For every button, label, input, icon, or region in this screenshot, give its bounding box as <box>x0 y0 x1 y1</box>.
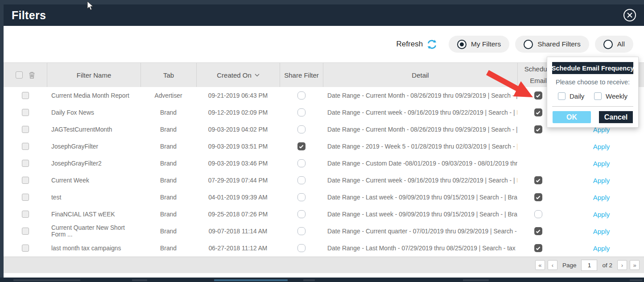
trash-icon[interactable] <box>29 71 35 79</box>
filter-name: JAGTestCurrentMonth <box>47 126 140 133</box>
filter-name: JosephGrayFilter <box>47 143 140 150</box>
table-row: Current Quarter New Short Form ... Brand… <box>4 223 644 240</box>
daily-checkbox[interactable] <box>558 92 566 100</box>
schedule-email-checkbox[interactable] <box>534 176 542 184</box>
apply-link[interactable]: Apply <box>593 194 610 201</box>
filter-tab: Brand <box>140 228 196 235</box>
filter-created-on: 06-27-2018 11:12 AM <box>196 245 280 252</box>
popup-prompt: Please choose to receive: <box>552 79 633 86</box>
page-label: Page <box>562 262 577 269</box>
header-tab: Tab <box>140 63 196 87</box>
apply-link[interactable]: Apply <box>593 245 610 252</box>
row-select-checkbox[interactable] <box>22 160 29 167</box>
row-select-checkbox[interactable] <box>22 194 29 201</box>
apply-link[interactable]: Apply <box>593 160 610 167</box>
row-select-checkbox[interactable] <box>22 109 29 116</box>
share-filter-checkbox[interactable] <box>297 142 305 150</box>
apply-link[interactable]: Apply <box>593 177 610 184</box>
filter-detail: Date Range - Current week - 09/16/2019 t… <box>323 109 517 116</box>
filter-created-on: 09-25-2018 07:26 PM <box>196 211 280 218</box>
select-all-checkbox[interactable] <box>16 71 23 79</box>
filter-name: Current Media Month Report <box>47 92 140 99</box>
frequency-option-label: Weekly <box>606 92 627 100</box>
table-row: FinaNCIAL IAST wEEK Brand 09-25-2018 07:… <box>4 206 644 223</box>
apply-link[interactable]: Apply <box>593 143 610 150</box>
scope-option-shared-filters[interactable]: Shared Filters <box>515 36 589 53</box>
filter-created-on: 09-12-2019 02:09 PM <box>196 109 280 116</box>
pagination-prev-button[interactable]: ‹ <box>548 260 557 270</box>
frequency-option-daily[interactable]: Daily <box>558 92 584 100</box>
schedule-email-checkbox[interactable] <box>534 210 542 218</box>
pagination-last-button[interactable]: » <box>630 260 640 270</box>
row-select-checkbox[interactable] <box>22 126 29 133</box>
table-row: JosephGrayFilter2 Brand 09-03-2019 03:46… <box>4 155 644 172</box>
schedule-email-checkbox[interactable] <box>534 108 542 116</box>
filter-tab: Brand <box>140 211 196 218</box>
dimmed-background-strip <box>0 278 644 282</box>
page-title: Filters <box>12 9 46 22</box>
filter-name: JosephGrayFilter2 <box>47 160 140 167</box>
weekly-checkbox[interactable] <box>594 92 602 100</box>
filter-created-on: 07-29-2019 07:44 PM <box>196 177 280 184</box>
refresh-button[interactable]: Refresh <box>396 39 438 50</box>
filter-name: test <box>47 194 140 201</box>
filter-detail: Date Range - Last week - 09/09/2019 thru… <box>323 211 517 218</box>
filter-name: last month tax campaigns <box>47 245 140 252</box>
row-select-checkbox[interactable] <box>22 143 29 150</box>
filter-tab: Brand <box>140 143 196 150</box>
schedule-email-checkbox[interactable] <box>534 125 542 133</box>
frequency-option-weekly[interactable]: Weekly <box>594 92 627 100</box>
mouse-cursor <box>87 1 94 11</box>
modal-header: Filters <box>4 4 644 26</box>
filter-created-on: 04-01-2019 09:39 AM <box>196 194 280 201</box>
schedule-email-checkbox[interactable] <box>534 227 542 235</box>
share-filter-checkbox[interactable] <box>297 159 305 167</box>
row-select-checkbox[interactable] <box>22 228 29 235</box>
filter-detail: Date Range - Current quarter - 07/01/201… <box>323 228 517 235</box>
schedule-email-checkbox[interactable] <box>534 244 542 252</box>
share-filter-checkbox[interactable] <box>297 193 305 201</box>
share-filter-checkbox[interactable] <box>297 176 305 184</box>
filter-detail: Date Range - Last week - 09/09/2019 thru… <box>323 194 517 201</box>
share-filter-checkbox[interactable] <box>297 125 305 133</box>
popup-options: DailyWeekly <box>552 92 633 100</box>
popup-buttons: OK Cancel <box>552 107 633 123</box>
scope-option-my-filters[interactable]: My Filters <box>449 36 509 53</box>
page-total-label: of 2 <box>602 262 612 269</box>
scope-option-all[interactable]: All <box>595 36 633 53</box>
row-select-checkbox[interactable] <box>22 177 29 184</box>
row-select-checkbox[interactable] <box>22 92 29 99</box>
radio-icon <box>524 40 533 49</box>
pagination-first-button[interactable]: « <box>535 260 545 270</box>
pagination-next-button[interactable]: › <box>617 260 627 270</box>
share-filter-checkbox[interactable] <box>297 244 305 252</box>
filter-tab: Brand <box>140 245 196 252</box>
filter-name: Daily Fox News <box>47 109 140 116</box>
page-input[interactable] <box>581 260 597 271</box>
row-select-checkbox[interactable] <box>22 211 29 218</box>
share-filter-checkbox[interactable] <box>297 108 305 116</box>
filter-name: Current Week <box>47 177 140 184</box>
share-filter-checkbox[interactable] <box>297 210 305 218</box>
row-select-checkbox[interactable] <box>22 245 29 252</box>
filter-created-on: 09-03-2019 04:02 PM <box>196 126 280 133</box>
share-filter-checkbox[interactable] <box>297 91 305 100</box>
refresh-icon <box>427 39 437 50</box>
ok-button[interactable]: OK <box>553 111 591 123</box>
header-share-filter: Share Filter <box>280 63 323 87</box>
close-button[interactable] <box>623 9 636 21</box>
dimmed-page-content <box>303 279 315 281</box>
apply-link[interactable]: Apply <box>593 211 610 218</box>
share-filter-checkbox[interactable] <box>297 227 305 235</box>
schedule-email-checkbox[interactable] <box>534 193 542 201</box>
apply-link[interactable]: Apply <box>593 228 610 235</box>
screen: Filters Refresh My FiltersShared Filters… <box>0 0 644 282</box>
dimmed-page-content <box>13 279 80 281</box>
radio-icon <box>457 40 466 49</box>
table-row: test Brand 04-01-2019 09:39 AM Date Rang… <box>4 189 644 206</box>
cancel-button[interactable]: Cancel <box>599 111 633 123</box>
filter-name: Current Quarter New Short Form ... <box>47 224 140 238</box>
header-filter-name: Filter Name <box>47 63 140 87</box>
scope-option-label: Shared Filters <box>537 40 580 48</box>
header-created-on[interactable]: Created On <box>196 63 280 87</box>
